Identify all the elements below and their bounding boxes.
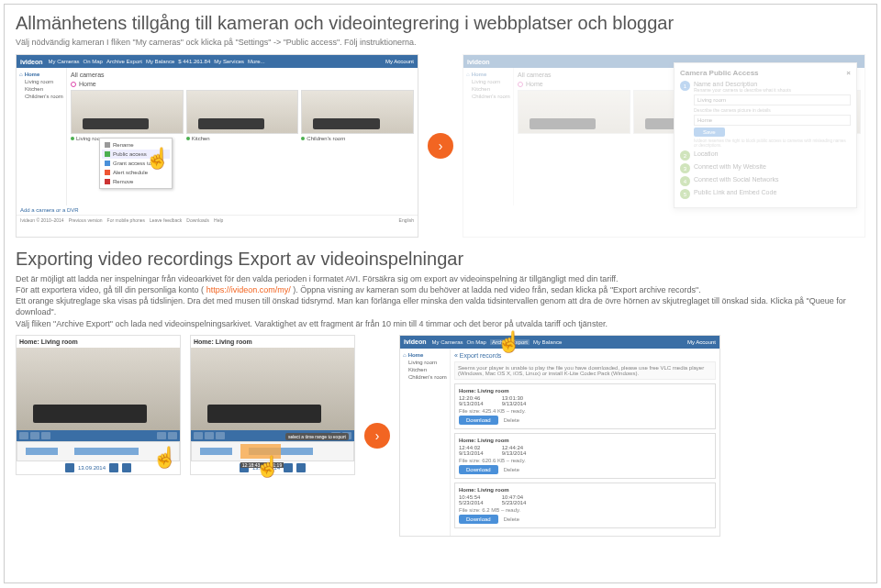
- zoom-icon[interactable]: [109, 463, 118, 472]
- account-link[interactable]: https://ivideon.com/my/: [206, 285, 291, 294]
- nav-cameras[interactable]: My Cameras: [49, 59, 80, 64]
- nav-services[interactable]: My Services: [214, 59, 244, 64]
- delete-link[interactable]: Delete: [504, 467, 519, 472]
- pin-icon: [71, 82, 76, 87]
- lang-link[interactable]: English: [399, 217, 414, 223]
- player-title: Home: Living room: [17, 336, 180, 348]
- step5-label[interactable]: Public Link and Embed Code: [694, 189, 776, 195]
- home-icon: ⌂: [19, 72, 23, 77]
- card-title: Home: Living room: [459, 388, 711, 394]
- sidebar-item[interactable]: Kitchen: [25, 86, 63, 92]
- nav-more[interactable]: More...: [248, 59, 265, 64]
- dialog-title: Camera Public Access×: [680, 69, 851, 77]
- section2-title: Exporting video recordings Export av vid…: [16, 249, 865, 270]
- player-video[interactable]: [191, 348, 354, 430]
- logo[interactable]: ivideon: [20, 59, 43, 65]
- download-button[interactable]: Download: [459, 515, 498, 524]
- zoom-icon[interactable]: [296, 463, 306, 472]
- camera-grid: Living room Kitchen Children's room: [71, 90, 414, 143]
- delete-link[interactable]: Delete: [504, 417, 519, 423]
- arrow-next-icon: ›: [428, 133, 453, 159]
- camera-name-input[interactable]: Living room: [694, 94, 851, 105]
- help-link[interactable]: Help: [214, 217, 223, 223]
- step-num-2: 2: [680, 150, 690, 161]
- export-card: Home: Living room 12:44:029/13/201412:44…: [454, 433, 716, 479]
- export-tab[interactable]: « Export records: [454, 352, 716, 359]
- camera-tile[interactable]: Living room: [71, 90, 184, 143]
- step1-desc-hint: Describe the camera picture in details: [694, 107, 851, 113]
- step4-label[interactable]: Connect with Social Networks: [694, 176, 779, 183]
- export-card: Home: Living room 12:20:469/13/201413:01…: [454, 383, 716, 429]
- arrow-next-icon: ›: [364, 423, 390, 449]
- shot-body: ⌂Home Living room Kitchen Children's roo…: [17, 68, 418, 205]
- trash-icon: [105, 179, 110, 184]
- step-num-1: 1: [680, 81, 690, 91]
- copyright: Ivideon © 2010–2014: [20, 217, 64, 223]
- bell-icon: [105, 170, 110, 175]
- topbar: ivideon My CamerasOn MapArchive ExportMy…: [400, 336, 719, 349]
- zoom-icon[interactable]: [284, 463, 293, 472]
- export-list-screenshot: ivideon My CamerasOn MapArchive ExportMy…: [399, 335, 720, 537]
- page: Allmänhetens tillgång till kameran och v…: [4, 4, 877, 583]
- hand-cursor-icon: [145, 147, 173, 174]
- section1-subtitle: Välj nödvändig kameran I fliken "My came…: [16, 38, 865, 47]
- export-main: « Export records Seems your player is un…: [451, 349, 719, 536]
- timeline-hint: select a time range to export: [285, 433, 349, 440]
- add-camera-link[interactable]: Add a camera or a DVR: [17, 205, 418, 215]
- crumb-home: Home: [71, 81, 414, 87]
- row1: ivideon My Cameras On Map Archive Export…: [16, 54, 865, 238]
- hand-cursor-icon: [496, 330, 524, 358]
- player-controls[interactable]: [17, 430, 180, 441]
- nav-balance-val: $ 441.261.84: [178, 59, 210, 64]
- menu-remove[interactable]: Remove: [102, 177, 170, 186]
- export-note: Seems your player is unable to play the …: [454, 361, 716, 380]
- sidebar: ⌂Home Living room Kitchen Children's roo…: [400, 349, 451, 536]
- player-screenshot-1: Home: Living room 13.09.2014: [16, 335, 181, 475]
- sidebar-home[interactable]: ⌂Home: [19, 72, 63, 77]
- camera-tile[interactable]: Children's room: [301, 90, 414, 143]
- crumb-all: All cameras: [71, 72, 414, 78]
- nav-balance[interactable]: My Balance: [146, 59, 174, 64]
- delete-link[interactable]: Delete: [504, 516, 519, 522]
- screenshot-context-menu: ivideon My Cameras On Map Archive Export…: [16, 54, 418, 238]
- download-button[interactable]: Download: [459, 465, 498, 474]
- close-icon[interactable]: ×: [846, 69, 851, 77]
- step3-label[interactable]: Connect with My Website: [694, 163, 766, 170]
- sidebar: ⌂Home Living room Kitchen Children's roo…: [17, 68, 67, 205]
- step-num-5: 5: [680, 189, 690, 199]
- topnav: My Cameras On Map Archive Export My Bala…: [49, 59, 385, 64]
- player-screenshot-2: Home: Living room select a time range to…: [190, 335, 355, 475]
- globe-icon: [105, 151, 110, 157]
- nav-archive[interactable]: Archive Export: [106, 59, 142, 64]
- prev-link[interactable]: Previous version: [69, 217, 103, 223]
- camera-tile[interactable]: Kitchen: [186, 90, 299, 143]
- zoom-icon[interactable]: [122, 463, 131, 472]
- sidebar-item[interactable]: Living room: [25, 79, 63, 84]
- downloads-link[interactable]: Downloads: [186, 217, 209, 223]
- sidebar-item[interactable]: Children's room: [25, 94, 63, 99]
- section2-body: Det är möjligt att ladda ner inspelninga…: [16, 273, 865, 329]
- public-access-dialog: Camera Public Access× 1 Name and Descrip…: [674, 62, 857, 208]
- camera-desc-input[interactable]: Home: [694, 115, 851, 126]
- hand-cursor-icon: [152, 446, 180, 473]
- hand-cursor-icon: [255, 455, 283, 483]
- section1-title: Allmänhetens tillgång till kameran och v…: [16, 12, 865, 34]
- save-button[interactable]: Save: [694, 128, 725, 137]
- mobile-link[interactable]: For mobile phones: [107, 217, 145, 223]
- player-video[interactable]: [17, 348, 180, 430]
- feedback-link[interactable]: Leave feedback: [150, 217, 182, 223]
- nav-account[interactable]: My Account: [385, 59, 414, 64]
- pencil-icon: [105, 142, 110, 148]
- step2-label[interactable]: Location: [694, 150, 718, 157]
- share-icon: [105, 161, 110, 166]
- nav-map[interactable]: On Map: [84, 59, 103, 64]
- step-num-4: 4: [680, 176, 690, 186]
- download-button[interactable]: Download: [459, 416, 498, 425]
- step1-label: Name and Description: [694, 81, 851, 87]
- topbar: ivideon My Cameras On Map Archive Export…: [17, 55, 418, 68]
- footer: Ivideon © 2010–2014 Previous version For…: [17, 215, 418, 225]
- card-size: File size: 425.4 KB – ready.: [459, 408, 711, 414]
- row2: Home: Living room 13.09.2014 Home: Livin…: [16, 335, 865, 537]
- step-num-3: 3: [680, 163, 690, 173]
- prev-icon[interactable]: [65, 463, 74, 472]
